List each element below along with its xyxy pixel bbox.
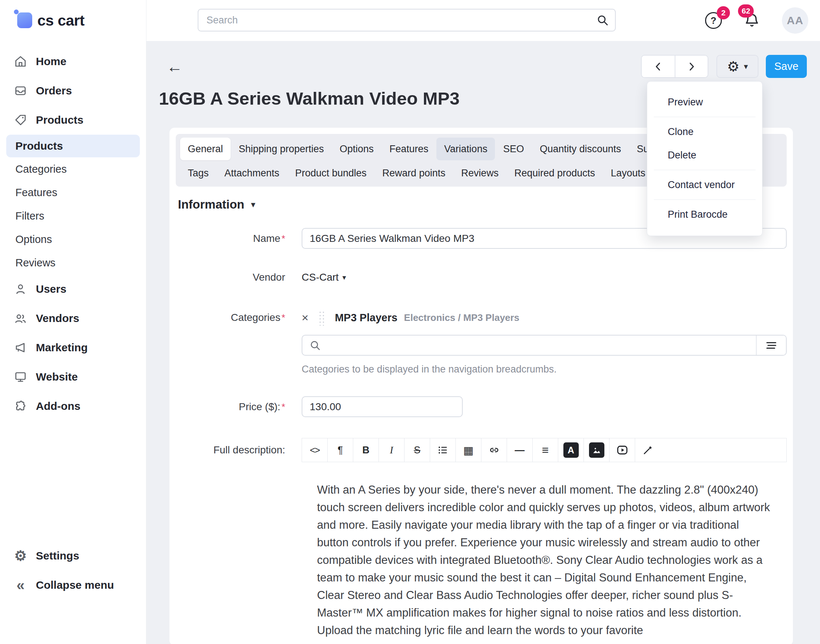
vendor-select[interactable]: CS-Cart ▾ xyxy=(302,271,787,283)
sidebar-item-marketing[interactable]: Marketing xyxy=(0,333,146,362)
chevron-down-icon: ▾ xyxy=(342,273,346,282)
monitor-icon xyxy=(13,370,28,383)
required-asterisk: * xyxy=(281,312,285,323)
sidebar-subitem-categories[interactable]: Categories xyxy=(0,157,146,181)
puzzle-icon xyxy=(13,400,28,413)
tab-reviews[interactable]: Reviews xyxy=(453,163,506,183)
category-breadcrumb: Electronics / MP3 Players xyxy=(404,312,519,324)
menu-item-print-barcode[interactable]: Print Barocde xyxy=(647,203,762,226)
table-icon[interactable]: ▦ xyxy=(456,439,481,462)
tab-variations[interactable]: Variations xyxy=(436,138,495,160)
code-icon[interactable]: <> xyxy=(302,439,328,462)
description-text[interactable]: With an A Series by your side, there's n… xyxy=(302,462,787,639)
sidebar-subitem-options[interactable]: Options xyxy=(0,228,146,251)
sidebar-item-collapse-menu[interactable]: « Collapse menu xyxy=(0,570,146,600)
bold-icon[interactable]: B xyxy=(353,439,379,462)
menu-divider xyxy=(654,170,756,170)
save-button[interactable]: Save xyxy=(766,55,807,78)
description-editor: <> ¶ B I S ▦ — ≡ xyxy=(302,438,787,639)
sidebar-item-home[interactable]: Home xyxy=(0,47,146,76)
sidebar-item-products[interactable]: Products xyxy=(0,105,146,135)
sidebar-subitem-reviews[interactable]: Reviews xyxy=(0,251,146,274)
tab-required-products[interactable]: Required products xyxy=(507,163,603,183)
tab-general[interactable]: General xyxy=(180,138,230,160)
image-icon[interactable] xyxy=(584,439,610,462)
menu-divider xyxy=(654,117,756,117)
drag-handle-icon[interactable] xyxy=(318,310,326,326)
actions-dropdown-menu: Preview Clone Delete Contact vendor Prin… xyxy=(647,81,763,236)
notifications-badge: 62 xyxy=(738,5,754,18)
chevron-right-icon xyxy=(685,60,698,73)
tab-shipping-properties[interactable]: Shipping properties xyxy=(231,138,332,160)
menu-item-clone[interactable]: Clone xyxy=(647,120,762,143)
sidebar-item-addons[interactable]: Add-ons xyxy=(0,391,146,421)
tab-quantity-discounts[interactable]: Quantity discounts xyxy=(532,138,628,160)
tab-product-bundles[interactable]: Product bundles xyxy=(287,163,374,183)
video-icon[interactable] xyxy=(610,439,635,462)
previous-product-button[interactable] xyxy=(642,56,675,77)
italic-icon[interactable]: I xyxy=(379,439,404,462)
horizontal-rule-icon[interactable]: — xyxy=(507,439,533,462)
actions-gear-button[interactable]: ⚙ ▾ xyxy=(716,55,759,78)
sidebar-item-website[interactable]: Website xyxy=(0,362,146,391)
required-asterisk: * xyxy=(281,402,285,412)
sidebar-item-orders[interactable]: Orders xyxy=(0,76,146,105)
categories-help-text: Categories to be displayed in the naviga… xyxy=(302,364,787,375)
collapse-icon: « xyxy=(13,580,28,590)
bullet-list-icon[interactable] xyxy=(430,439,456,462)
sidebar-item-users[interactable]: Users xyxy=(0,274,146,304)
global-search-input[interactable] xyxy=(198,9,616,31)
align-icon[interactable]: ≡ xyxy=(533,439,558,462)
menu-item-delete[interactable]: Delete xyxy=(647,143,762,167)
avatar-initials: AA xyxy=(787,14,803,27)
category-chip: × MP3 Players Electronics / MP3 Players xyxy=(302,310,787,326)
logo-wordmark: cs cart xyxy=(37,12,84,29)
notifications-button[interactable]: 62 xyxy=(743,12,761,29)
next-product-button[interactable] xyxy=(675,56,708,77)
megaphone-icon xyxy=(13,341,28,354)
home-icon xyxy=(13,55,28,68)
avatar[interactable]: AA xyxy=(782,7,808,34)
gear-icon: ⚙ xyxy=(13,549,28,563)
categories-label: Categories* xyxy=(176,312,285,324)
category-list-button[interactable] xyxy=(756,336,786,355)
sidebar-item-settings[interactable]: ⚙ Settings xyxy=(0,541,146,570)
strikethrough-icon[interactable]: S xyxy=(404,439,430,462)
tab-seo[interactable]: SEO xyxy=(495,138,531,160)
required-asterisk: * xyxy=(281,233,285,244)
tab-attachments[interactable]: Attachments xyxy=(217,163,287,183)
tab-options[interactable]: Options xyxy=(332,138,381,160)
menu-item-preview[interactable]: Preview xyxy=(647,90,762,114)
font-color-icon[interactable]: A xyxy=(558,439,584,462)
price-label: Price ($):* xyxy=(176,401,285,413)
help-badge: 2 xyxy=(717,6,730,19)
menu-divider xyxy=(654,199,756,200)
sidebar-subitem-filters[interactable]: Filters xyxy=(0,204,146,228)
tab-reward-points[interactable]: Reward points xyxy=(375,163,453,183)
search-icon[interactable] xyxy=(596,14,609,27)
category-name[interactable]: MP3 Players xyxy=(335,312,398,324)
sidebar-subitem-products[interactable]: Products xyxy=(6,135,140,157)
back-arrow-icon[interactable]: ← xyxy=(167,55,183,78)
paragraph-icon[interactable]: ¶ xyxy=(328,439,353,462)
sidebar-item-vendors[interactable]: Vendors xyxy=(0,304,146,333)
full-description-label: Full description: xyxy=(176,438,285,462)
editor-toolbar: <> ¶ B I S ▦ — ≡ xyxy=(302,438,787,462)
section-title: Information xyxy=(178,198,244,212)
link-icon[interactable] xyxy=(481,439,507,462)
tab-layouts[interactable]: Layouts xyxy=(603,163,653,183)
category-search-input[interactable] xyxy=(321,336,756,355)
menu-item-contact-vendor[interactable]: Contact vendor xyxy=(647,173,762,196)
magic-wand-icon[interactable] xyxy=(635,439,661,462)
chevron-down-icon: ▾ xyxy=(251,199,255,210)
sidebar-subitem-features[interactable]: Features xyxy=(0,181,146,204)
user-icon xyxy=(13,282,28,296)
help-button[interactable]: ? 2 xyxy=(705,12,722,29)
remove-category-icon[interactable]: × xyxy=(302,312,309,324)
tab-features[interactable]: Features xyxy=(382,138,436,160)
logo[interactable]: cs cart xyxy=(0,0,146,41)
tab-tags[interactable]: Tags xyxy=(180,163,217,183)
category-search-group xyxy=(302,335,787,356)
price-input[interactable] xyxy=(302,396,463,417)
chevron-left-icon xyxy=(652,60,665,73)
